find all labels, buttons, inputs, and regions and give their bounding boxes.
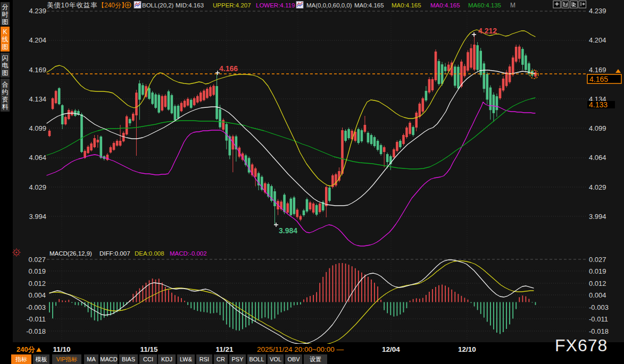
svg-text:MID:4.163: MID:4.163	[176, 2, 204, 9]
svg-text:-0.018: -0.018	[26, 327, 46, 335]
svg-text:-0.018: -0.018	[589, 327, 609, 335]
svg-text:3.984: 3.984	[279, 226, 297, 235]
svg-text:2025/11/24 20:00~00:00 —: 2025/11/24 20:00~00:00 —	[257, 345, 344, 353]
svg-text:4.099: 4.099	[589, 124, 606, 132]
svg-text:MA0:4.165: MA0:4.165	[354, 2, 384, 9]
svg-text:4.029: 4.029	[589, 183, 606, 191]
svg-text:VIP指标: VIP指标	[56, 356, 78, 362]
svg-text:分: 分	[2, 3, 9, 11]
svg-text:MACD(26,12,9): MACD(26,12,9)	[49, 250, 92, 257]
svg-text:美债10年收益率: 美债10年收益率	[47, 2, 97, 9]
svg-text:图: 图	[2, 18, 9, 26]
svg-text:LW&: LW&	[180, 356, 193, 362]
svg-text:0.027: 0.027	[589, 256, 606, 264]
svg-text:0.012: 0.012	[28, 280, 46, 287]
svg-text:KDJ: KDJ	[161, 356, 172, 362]
svg-text:BOLL(20,2): BOLL(20,2)	[142, 2, 174, 9]
svg-text:4.165: 4.165	[589, 75, 608, 83]
svg-text:0.004: 0.004	[589, 291, 606, 299]
svg-text:4.204: 4.204	[589, 36, 606, 44]
svg-text:UPPER:4.207: UPPER:4.207	[213, 2, 251, 9]
svg-text:4.166: 4.166	[219, 64, 238, 73]
svg-text:MA: MA	[87, 356, 96, 362]
svg-text:-0.003: -0.003	[589, 303, 609, 311]
svg-text:-0.011: -0.011	[589, 315, 608, 323]
svg-text:MA(0,0,0,60,0,0): MA(0,0,0,60,0,0)	[306, 2, 352, 9]
svg-text:料: 料	[2, 103, 9, 111]
svg-text:OBV: OBV	[287, 356, 300, 362]
svg-text:4.239: 4.239	[589, 7, 606, 15]
svg-text:4.212: 4.212	[478, 27, 497, 35]
svg-text:0.027: 0.027	[28, 256, 46, 264]
svg-text:4.133: 4.133	[589, 100, 608, 109]
svg-text:CR: CR	[217, 356, 225, 362]
svg-text:MA0:4.165: MA0:4.165	[392, 2, 421, 9]
svg-text:4.239: 4.239	[29, 7, 46, 15]
svg-text:0.019: 0.019	[589, 267, 606, 275]
svg-text:4.134: 4.134	[29, 95, 46, 103]
svg-text:CCI: CCI	[143, 356, 153, 362]
svg-text:K: K	[3, 28, 7, 36]
svg-text:3.994: 3.994	[29, 213, 46, 221]
svg-text:模板: 模板	[36, 356, 47, 362]
svg-text:4.064: 4.064	[589, 154, 606, 162]
svg-text:MA60:4.135: MA60:4.135	[468, 2, 501, 9]
svg-text:LOWER:4.119: LOWER:4.119	[256, 2, 295, 9]
svg-text:4.029: 4.029	[29, 183, 46, 191]
svg-text:11/15: 11/15	[140, 345, 158, 353]
svg-text:DIFF:0.007: DIFF:0.007	[99, 250, 130, 257]
svg-text:3.994: 3.994	[589, 213, 606, 221]
svg-text:4.169: 4.169	[589, 66, 606, 74]
svg-text:电: 电	[2, 62, 9, 69]
svg-text:BOLL: BOLL	[249, 356, 264, 362]
svg-text:-0.011: -0.011	[27, 315, 46, 323]
svg-text:DEA:0.008: DEA:0.008	[135, 250, 164, 257]
svg-text:240分: 240分	[16, 345, 36, 353]
svg-text:0.019: 0.019	[28, 267, 46, 275]
svg-text:4.169: 4.169	[29, 66, 46, 74]
svg-text:RSI: RSI	[199, 356, 209, 362]
svg-text:M: M	[510, 2, 515, 9]
svg-text:0.012: 0.012	[589, 280, 606, 287]
svg-text:PSY: PSY	[231, 356, 244, 362]
svg-text:指标: 指标	[15, 356, 27, 362]
svg-text:图: 图	[2, 43, 9, 50]
svg-text:12/04: 12/04	[382, 345, 400, 353]
svg-text:BIAS: BIAS	[122, 356, 135, 362]
svg-text:4.064: 4.064	[29, 154, 46, 162]
svg-text:【240分】: 【240分】	[98, 2, 128, 9]
svg-text:4.099: 4.099	[29, 124, 46, 132]
svg-text:12/10: 12/10	[458, 345, 476, 353]
svg-text:VOL: VOL	[270, 356, 281, 362]
svg-text:资: 资	[2, 96, 9, 103]
svg-text:11/21: 11/21	[215, 345, 234, 353]
svg-text:4.204: 4.204	[29, 36, 46, 44]
svg-text:0.004: 0.004	[28, 291, 46, 299]
svg-text:FX678: FX678	[555, 336, 608, 355]
svg-text:图: 图	[2, 69, 9, 77]
svg-text:11/10: 11/10	[53, 345, 70, 353]
svg-text:约: 约	[2, 88, 9, 96]
svg-text:设置: 设置	[310, 356, 321, 362]
svg-text:时: 时	[2, 11, 9, 18]
svg-text:线: 线	[2, 36, 9, 43]
svg-text:MACD:-0.002: MACD:-0.002	[170, 250, 207, 257]
svg-text:MACD: MACD	[100, 356, 117, 362]
svg-text:闪: 闪	[2, 54, 9, 62]
svg-text:-0.003: -0.003	[26, 303, 46, 311]
svg-text:合: 合	[2, 81, 9, 88]
svg-text:MA0:4.165: MA0:4.165	[430, 2, 460, 9]
